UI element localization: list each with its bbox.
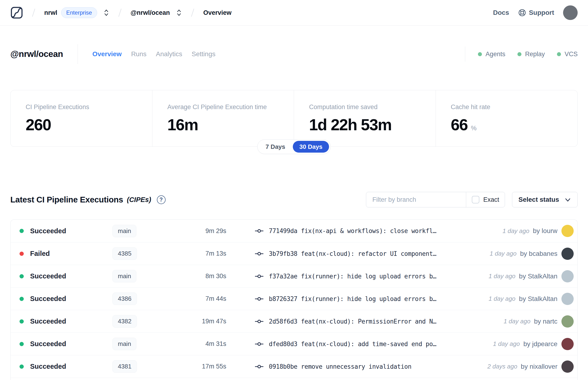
tab-runs[interactable]: Runs [131, 50, 146, 58]
cipe-table: Succeeded main 9m 29s 771499da fix(nx-ap… [10, 219, 578, 380]
status-label: Succeeded [30, 318, 66, 325]
period-7-days[interactable]: 7 Days [259, 141, 292, 152]
commit-message: 3b79fb38 feat(nx-cloud): refactor UI com… [269, 250, 436, 257]
status-cell: Succeeded [11, 295, 113, 303]
author: by jdpearce [523, 340, 557, 348]
workspace-header: @nrwl/ocean Overview Runs Analytics Sett… [0, 46, 588, 62]
breadcrumb-page: Overview [203, 9, 231, 17]
git-commit-icon [255, 317, 264, 326]
meta-cell: 1 day ago by StalkAltan [489, 270, 577, 283]
cipe-row[interactable]: Succeeded main 4m 31s dfed80d3 feat(nx-c… [11, 333, 577, 355]
status-dot [19, 319, 24, 323]
duration-cell: 4m 31s [171, 340, 226, 347]
support-link[interactable]: Support [518, 9, 554, 17]
cipe-row[interactable]: Succeeded 4386 7m 44s b8726327 fix(runne… [11, 287, 577, 310]
workspace-selector[interactable]: @nrwl/ocean [131, 9, 182, 17]
breadcrumb: nrwl Enterprise @nrwl/ocean Overview [10, 6, 231, 19]
exact-checkbox[interactable] [472, 196, 479, 203]
nx-cloud-logo[interactable] [10, 6, 23, 19]
stat-value: 1d 22h 53m [309, 115, 391, 134]
workspace-title: @nrwl/ocean [10, 49, 63, 59]
breadcrumb-separator [191, 9, 194, 17]
time-ago: 1 day ago [493, 340, 520, 347]
breadcrumb-separator [32, 9, 35, 17]
status-dot-icon [478, 52, 482, 56]
help-icon[interactable]: ? [157, 195, 166, 204]
cipe-row[interactable]: Succeeded 4382 19m 47s 2d58f6d3 feat(nx-… [11, 310, 577, 333]
docs-link-label: Docs [493, 9, 509, 17]
tab-settings[interactable]: Settings [192, 50, 215, 58]
workspace-tabs: Overview Runs Analytics Settings [93, 50, 215, 58]
branch-badge: 4385 [113, 247, 137, 260]
status-label: Failed [30, 250, 50, 258]
git-commit-icon [255, 340, 264, 348]
status-dot [19, 364, 24, 369]
stat-label: Computation time saved [309, 103, 429, 111]
branch-cell: main [113, 225, 136, 237]
cipe-row[interactable]: Succeeded main 8m 30s f37a32ae fix(runne… [11, 265, 577, 287]
commit-message: 2d58f6d3 feat(nx-cloud): PermissionError… [269, 318, 436, 325]
row-avatar [561, 361, 574, 373]
chevron-down-icon [564, 196, 571, 203]
duration-cell: 17m 55s [171, 363, 226, 370]
row-avatar [561, 315, 574, 327]
breadcrumb-separator [118, 9, 121, 17]
status-dot [19, 297, 24, 301]
time-ago: 1 day ago [503, 228, 530, 235]
stats-section: CI Pipeline Executions 260 Average CI Pi… [10, 90, 578, 147]
branch-badge: main [113, 270, 136, 283]
workspace-name: @nrwl/ocean [131, 9, 170, 17]
duration-cell: 7m 13s [171, 250, 226, 257]
cipe-row[interactable]: Succeeded main 9m 29s 771499da fix(nx-ap… [11, 220, 577, 242]
duration-cell: 7m 44s [171, 295, 226, 303]
tab-overview[interactable]: Overview [93, 50, 122, 58]
status-cell: Succeeded [11, 227, 113, 235]
status-cell: Succeeded [11, 272, 113, 280]
docs-link[interactable]: Docs [493, 9, 509, 17]
chevron-updown-icon [176, 9, 182, 17]
commit-cell: f37a32ae fix(runner): hide log upload er… [226, 272, 489, 281]
select-status-label: Select status [518, 196, 559, 203]
service-agents[interactable]: Agents [478, 51, 505, 58]
branch-badge: main [113, 338, 136, 350]
chevron-updown-icon [103, 9, 109, 17]
org-selector[interactable]: nrwl Enterprise [44, 7, 109, 18]
section-title-suffix: (CIPEs) [127, 196, 151, 204]
stat-label: Average CI Pipeline Execution time [168, 103, 287, 111]
time-ago: 1 day ago [489, 295, 515, 303]
select-status-dropdown[interactable]: Select status [512, 192, 578, 208]
period-30-days[interactable]: 30 Days [293, 141, 329, 152]
status-cell: Succeeded [11, 340, 113, 348]
topbar-right: Docs Support [493, 5, 578, 20]
cipe-row[interactable]: Succeeded 4381 17m 55s 0918b0be remove u… [11, 355, 577, 378]
commit-cell: 3b79fb38 feat(nx-cloud): refactor UI com… [226, 249, 490, 258]
time-ago: 1 day ago [489, 272, 515, 280]
git-commit-icon [255, 362, 264, 371]
plan-badge: Enterprise [61, 7, 97, 18]
status-dot-icon [517, 52, 521, 56]
commit-message: 771499da fix(nx-api & workflows): close … [269, 228, 436, 234]
meta-cell: 1 day ago by nartc [504, 315, 577, 327]
git-commit-icon [255, 294, 264, 303]
git-commit-icon [255, 272, 264, 281]
branch-badge: main [113, 225, 136, 237]
branch-badge: 4381 [113, 360, 137, 373]
status-dot [19, 229, 24, 233]
cipe-table-body: Succeeded main 9m 29s 771499da fix(nx-ap… [11, 220, 577, 378]
service-vcs[interactable]: VCS [557, 51, 578, 58]
branch-cell: 4386 [113, 292, 137, 305]
service-status-group: Agents Replay VCS [465, 47, 578, 62]
commit-cell: 771499da fix(nx-api & workflows): close … [226, 227, 503, 235]
stat-value: 260 [26, 115, 51, 134]
user-avatar[interactable] [563, 5, 578, 20]
cipe-list-title: Latest CI Pipeline Executions (CIPEs) ? [10, 195, 166, 204]
stat-label: Cache hit rate [451, 103, 570, 111]
branch-cell: 4381 [113, 360, 137, 373]
branch-filter-input[interactable] [366, 196, 466, 203]
tab-analytics[interactable]: Analytics [156, 50, 182, 58]
duration-cell: 9m 29s [171, 228, 226, 235]
meta-cell: 2 days ago by nixallover [487, 361, 577, 373]
service-replay[interactable]: Replay [517, 51, 545, 58]
row-avatar [561, 338, 574, 350]
cipe-row[interactable]: Failed 4385 7m 13s 3b79fb38 feat(nx-clou… [11, 242, 577, 265]
